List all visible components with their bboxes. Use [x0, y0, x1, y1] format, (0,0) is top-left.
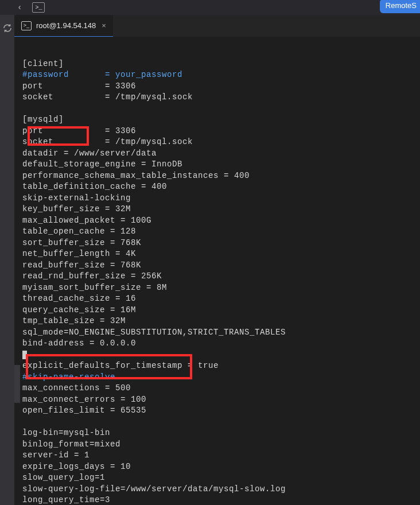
cfg-line: read_buffer_size = 768K: [22, 261, 141, 270]
cfg-line: key_buffer_size = 32M: [22, 204, 131, 213]
cfg-line: socket = /tmp/mysql.sock: [22, 92, 193, 102]
cfg-line: default_storage_engine = InnoDB: [22, 160, 182, 169]
cfg-line: server-id = 1: [22, 450, 90, 460]
cfg-line: port = 3306: [22, 126, 136, 135]
cfg-line: read_rnd_buffer_size = 256K: [22, 271, 162, 281]
cfg-line: [client]: [22, 59, 64, 68]
cfg-line: explicit_defaults_for_timestamp = true: [22, 361, 219, 370]
cfg-line: sql_mode=NO_ENGINE_SUBSTITUTION,STRICT_T…: [22, 328, 286, 337]
cfg-line: query_cache_size = 16M: [22, 305, 136, 314]
cfg-line: [mysqld]: [22, 115, 64, 124]
activity-bar: [0, 15, 14, 505]
cfg-line: sort_buffer_size = 768K: [22, 238, 141, 247]
cfg-line: socket = /tmp/mysql.sock: [22, 137, 193, 146]
terminal-icon: >_: [21, 21, 32, 30]
cfg-line: max_connections = 500: [22, 383, 131, 393]
cfg-line: tmp_table_size = 32M: [22, 316, 126, 325]
refresh-icon[interactable]: [2, 23, 13, 33]
terminal-icon[interactable]: >_: [32, 2, 45, 13]
cfg-line: open_files_limit = 65535: [22, 406, 146, 415]
cfg-line: long_query_time=3: [22, 495, 110, 504]
cfg-line: thread_cache_size = 16: [22, 294, 136, 303]
chevron-left-icon[interactable]: ‹: [17, 3, 22, 12]
tab-terminal[interactable]: >_ root@1.94.54.148 ×: [14, 15, 113, 37]
editor-area: >_ root@1.94.54.148 × [client] #password…: [14, 15, 420, 505]
cfg-line: bind-address = 0.0.0.0: [22, 339, 136, 348]
text-cursor: [22, 351, 27, 359]
cfg-line: max_connect_errors = 100: [22, 395, 146, 404]
cfg-line: performance_schema_max_table_instances =…: [22, 171, 250, 180]
close-icon[interactable]: ×: [102, 21, 106, 30]
cfg-line: max_allowed_packet = 100G: [22, 216, 151, 225]
cfg-line: table_open_cache = 128: [22, 227, 136, 236]
cfg-line: slow-query-log-file=/www/server/data/mys…: [22, 484, 286, 494]
cfg-line: binlog_format=mixed: [22, 440, 120, 449]
cfg-line: expire_logs_days = 10: [22, 462, 131, 471]
cfg-line: port = 3306: [22, 81, 136, 91]
tab-bar: >_ root@1.94.54.148 ×: [14, 15, 420, 37]
cfg-line: slow_query_log=1: [22, 473, 105, 482]
titlebar: ‹ >_ RemoteS: [0, 0, 420, 15]
tab-title: root@1.94.54.148: [36, 21, 96, 30]
remote-button[interactable]: RemoteS: [380, 0, 420, 13]
cfg-line: net_buffer_length = 4K: [22, 249, 136, 258]
cfg-line: myisam_sort_buffer_size = 8M: [22, 283, 167, 292]
cfg-line: table_definition_cache = 400: [22, 182, 167, 191]
editor-content[interactable]: [client] #password = your_password port …: [14, 37, 420, 505]
cfg-line: #skip-name-resolve: [22, 372, 115, 382]
cfg-line: #password = your_password: [22, 70, 182, 79]
cfg-line: datadir = /www/server/data: [22, 149, 157, 158]
cfg-line: skip-external-locking: [22, 193, 131, 203]
cfg-line: log-bin=mysql-bin: [22, 428, 110, 437]
